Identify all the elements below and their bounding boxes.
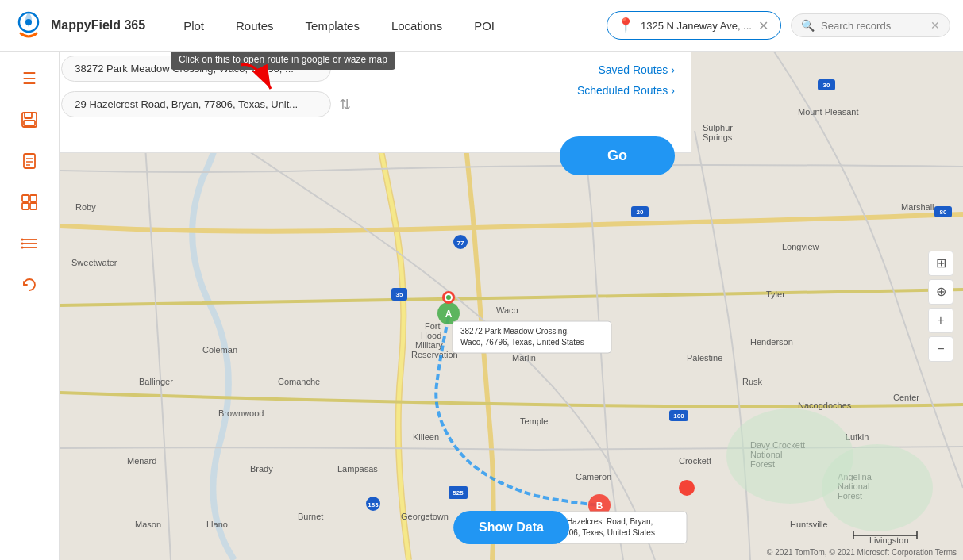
search-box[interactable]: 🔍 ✕: [791, 13, 950, 37]
sidebar-menu-button[interactable]: ☰: [10, 59, 48, 98]
address-bar[interactable]: 📍 1325 N Janeway Ave, ... ✕: [607, 11, 781, 40]
svg-text:Sulphur: Sulphur: [703, 123, 733, 132]
svg-text:Burnet: Burnet: [298, 512, 323, 521]
waypoint-b-input[interactable]: [61, 91, 331, 117]
svg-text:Mason: Mason: [135, 520, 161, 529]
svg-text:Waco, 76796, Texas, United Sta: Waco, 76796, Texas, United States: [460, 338, 584, 347]
logo-icon: [13, 10, 44, 41]
svg-text:Coleman: Coleman: [202, 345, 237, 355]
sidebar-grid-button[interactable]: [10, 183, 48, 221]
svg-point-67: [446, 295, 451, 300]
svg-text:38272 Park Meadow Crossing,: 38272 Park Meadow Crossing,: [460, 327, 569, 336]
svg-text:Hood: Hood: [421, 331, 441, 340]
nav-locations[interactable]: Locations: [379, 13, 455, 39]
svg-text:Temple: Temple: [520, 416, 548, 426]
nav-routes[interactable]: Routes: [223, 13, 287, 39]
address-clear-icon[interactable]: ✕: [758, 18, 768, 33]
nav-poi[interactable]: POI: [461, 13, 507, 39]
map-zoom-out-button[interactable]: −: [928, 336, 953, 362]
svg-point-96: [21, 239, 24, 241]
go-button[interactable]: Go: [560, 136, 675, 175]
svg-rect-84: [24, 121, 35, 125]
sidebar-document-button[interactable]: [10, 142, 48, 180]
scheduled-routes-label: Scheduled Routes: [577, 84, 668, 97]
svg-text:20: 20: [637, 209, 644, 216]
scheduled-routes-link[interactable]: Scheduled Routes ›: [577, 84, 675, 97]
svg-text:160: 160: [673, 412, 684, 420]
svg-text:Ballinger: Ballinger: [139, 377, 173, 386]
svg-text:35: 35: [396, 291, 403, 298]
svg-rect-89: [22, 195, 29, 201]
svg-text:Crockett: Crockett: [679, 456, 711, 466]
svg-text:Nacogdoches: Nacogdoches: [798, 401, 852, 410]
refresh-icon: [21, 276, 38, 293]
map-layers-button[interactable]: ⊞: [928, 251, 953, 276]
svg-text:Livingston: Livingston: [869, 535, 909, 545]
navigate-tooltip: Click on this to open route in google or…: [171, 49, 395, 70]
svg-text:Reservation: Reservation: [411, 350, 458, 359]
logo-area[interactable]: MappyField 365: [13, 10, 145, 41]
svg-text:Llano: Llano: [206, 520, 228, 529]
svg-text:Rusk: Rusk: [742, 377, 763, 386]
document-icon: [21, 152, 38, 170]
nav-plot[interactable]: Plot: [171, 13, 217, 39]
svg-text:Marlin: Marlin: [512, 353, 536, 362]
map-zoom-in-button[interactable]: +: [928, 308, 953, 333]
nav-templates[interactable]: Templates: [293, 13, 372, 39]
svg-text:Cameron: Cameron: [576, 472, 611, 481]
svg-text:Brownwood: Brownwood: [218, 408, 264, 418]
svg-text:Killeen: Killeen: [413, 432, 439, 442]
svg-rect-83: [25, 113, 32, 118]
svg-text:29 Hazelcrest Road, Bryan,: 29 Hazelcrest Road, Bryan,: [556, 517, 653, 526]
svg-text:77: 77: [457, 240, 464, 247]
address-pin-icon: 📍: [617, 17, 634, 34]
svg-text:183: 183: [368, 501, 379, 508]
address-text: 1325 N Janeway Ave, ...: [641, 20, 752, 32]
search-input[interactable]: [821, 20, 924, 32]
svg-text:Comanche: Comanche: [278, 377, 320, 386]
list-icon: [21, 235, 38, 252]
svg-text:Menard: Menard: [127, 456, 156, 466]
svg-text:Georgetown: Georgetown: [401, 512, 449, 521]
svg-text:Fort: Fort: [425, 321, 441, 331]
svg-text:Springs: Springs: [703, 132, 733, 142]
grid-icon: [21, 194, 38, 211]
svg-text:Mount Pleasant: Mount Pleasant: [798, 107, 858, 117]
svg-text:Longview: Longview: [782, 242, 819, 251]
swap-waypoints-button[interactable]: ⇅: [339, 96, 351, 113]
svg-rect-68: [453, 321, 611, 353]
svg-text:Tyler: Tyler: [766, 290, 785, 299]
map-location-button[interactable]: ⊕: [928, 279, 953, 305]
svg-text:525: 525: [453, 489, 464, 497]
left-sidebar: ☰: [0, 52, 60, 560]
saved-routes-link[interactable]: Saved Routes ›: [598, 63, 675, 76]
svg-text:Palestine: Palestine: [687, 353, 722, 362]
show-data-button[interactable]: Show Data: [453, 511, 569, 544]
svg-rect-90: [30, 195, 37, 201]
svg-text:Military: Military: [415, 340, 443, 350]
svg-text:Brady: Brady: [250, 464, 273, 474]
svg-text:80: 80: [940, 209, 947, 216]
map-attribution: © 2021 TomTom, © 2021 Microsoft Corporat…: [767, 548, 957, 557]
svg-point-62: [822, 444, 933, 531]
header: MappyField 365 Plot Routes Templates Loc…: [0, 0, 963, 52]
svg-text:A: A: [445, 309, 453, 320]
svg-point-98: [21, 247, 24, 249]
search-clear-icon[interactable]: ✕: [930, 19, 940, 32]
nav-items: Plot Routes Templates Locations POI: [171, 13, 607, 39]
sidebar-save-button[interactable]: [10, 101, 48, 139]
svg-rect-85: [24, 154, 35, 168]
svg-text:Waco: Waco: [496, 305, 518, 315]
sidebar-list-button[interactable]: [10, 224, 48, 263]
sidebar-refresh-button[interactable]: [10, 266, 48, 304]
route-actions: Saved Routes › Scheduled Routes › Go: [560, 63, 675, 175]
svg-text:Marshall: Marshall: [901, 202, 934, 212]
svg-point-81: [25, 19, 32, 25]
logo-text: MappyField 365: [51, 18, 145, 33]
svg-point-73: [679, 480, 695, 496]
svg-text:B: B: [596, 501, 603, 512]
svg-text:Roby: Roby: [75, 202, 96, 212]
svg-rect-92: [30, 203, 37, 209]
svg-text:Lampasas: Lampasas: [337, 464, 378, 474]
svg-text:30: 30: [823, 82, 830, 89]
